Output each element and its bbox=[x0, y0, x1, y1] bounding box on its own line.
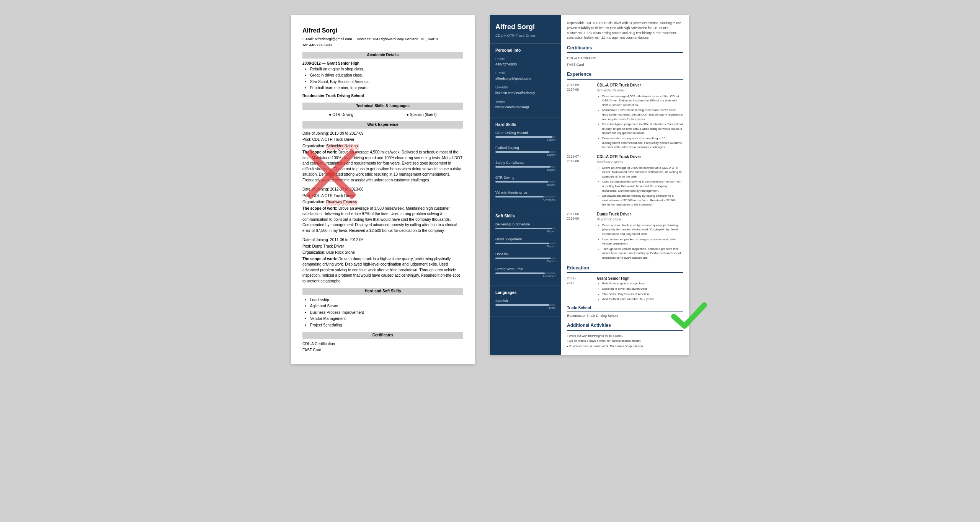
work-entry-1: Date of Joining: 2013-09 to 2017-09 Post… bbox=[302, 131, 463, 183]
skill-name-honesty: Honesty bbox=[495, 252, 555, 257]
hard-skill-flatbed: Flatbed Tarping Expert bbox=[495, 145, 555, 157]
lang-spanish: Spanish Fluent bbox=[495, 299, 555, 310]
personal-info-section: Personal Info Phone 440-727-6900 E-mail … bbox=[490, 44, 561, 118]
address-value: 134 Rightward Way Portland, ME, 04019 bbox=[372, 37, 438, 41]
hard-skill-safety: Safety Compliance Expert bbox=[495, 160, 555, 172]
exp-company-3: Blue Rock Stone bbox=[597, 217, 683, 222]
add-act-3: • Volunteer once a month at St. Brendan'… bbox=[567, 344, 683, 349]
skill-name-otr: OTR Driving bbox=[495, 175, 555, 180]
cert-item-right-2: FAST Card bbox=[567, 62, 683, 67]
work-entry-3: Date of Joining: 2011-06 to 2012-06 Post… bbox=[302, 237, 463, 284]
work-date-3: Date of Joining: 2011-06 to 2012-06 bbox=[302, 237, 463, 243]
skill-level-judgement: Expert bbox=[495, 245, 555, 249]
trade-school-section-title: Trade School bbox=[567, 305, 683, 312]
exp-title-1: CDL-A OTR Truck Driver bbox=[597, 83, 683, 88]
work-post-3: Post: Dump Truck Driver bbox=[302, 244, 463, 250]
lang-name-spanish: Spanish bbox=[495, 299, 555, 303]
exp-details-1: CDL-A OTR Truck Driver Schneider Nationa… bbox=[597, 83, 683, 150]
exp-entry-1: 2013-09 -2017-09 CDL-A OTR Truck Driver … bbox=[567, 83, 683, 150]
skills-row: ● OTR Driving ● Spanish (fluent) bbox=[302, 112, 463, 118]
right-title: CDL-A OTR Truck Driver bbox=[495, 33, 555, 38]
sidebar: Alfred Sorgi CDL-A OTR Truck Driver Pers… bbox=[490, 15, 561, 355]
skill-name-vehicle: Vehicle Maintenance bbox=[495, 190, 555, 195]
work-date-1: Date of Joining: 2013-09 to 2017-09 bbox=[302, 131, 463, 137]
work-scope-1: The scope of work: Drove an average 4,50… bbox=[302, 150, 463, 183]
email-label-right: E-mail bbox=[495, 71, 555, 75]
email-item: E-mail alfredsorgi@gmail.com bbox=[495, 71, 555, 81]
soft-skills-title: Soft Skills bbox=[495, 213, 555, 219]
email-value: alfredsorgi@gmail.com bbox=[315, 37, 352, 41]
twitter-item: Twitter twitter.com/alfredsorgi bbox=[495, 100, 555, 110]
cert-section-title-right: Certificates bbox=[567, 45, 683, 53]
exp-bullet-2-1: Drove an average of 3,500 miles/week as … bbox=[602, 166, 683, 179]
main-content: Dependable CDL-A OTR Truck Driver with 5… bbox=[561, 15, 689, 355]
phone-value: 440-727-6900 bbox=[495, 62, 555, 67]
hard-skill-5: Project Scheduling bbox=[310, 323, 463, 328]
work-org-2: Organization: Roadway Express bbox=[302, 199, 463, 205]
linkedin-label: LinkedIn bbox=[495, 85, 555, 90]
driving-school-left: Roadmaster Truck Driving School bbox=[302, 93, 463, 99]
left-email-line: E-Mail: alfredsorgi@gmail.com Address: 1… bbox=[302, 36, 463, 42]
exp-company-1: Schneider National bbox=[597, 88, 683, 93]
exp-bullet-1-3: Exercised good judgement in difficult si… bbox=[602, 122, 683, 135]
hard-skills-section: Hard Skills Clean Driving Record Expert … bbox=[490, 118, 561, 209]
hard-soft-header: Hard and Soft Skills bbox=[302, 288, 463, 295]
skill-level-vehicle: Advanced bbox=[495, 198, 555, 202]
hard-skill-2: Agile and Scrum bbox=[310, 303, 463, 309]
exp-bullet-3-1: Drove a dump truck in a high-volume quar… bbox=[602, 223, 683, 237]
email-label: E-Mail: bbox=[302, 37, 314, 41]
personal-info-title: Personal Info bbox=[495, 47, 555, 53]
hard-skill-vehicle: Vehicle Maintenance Advanced bbox=[495, 190, 555, 202]
edu-bullet-3: Star Scout, Boy Scouts of America. bbox=[602, 292, 683, 297]
skill-name-flatbed: Flatbed Tarping bbox=[495, 145, 555, 150]
academic-years-school: 2009-2012 — Grant Senior High bbox=[302, 61, 359, 65]
edu-school-1: Grant Senior High bbox=[597, 276, 683, 282]
additional-section-title: Additional Activities bbox=[567, 322, 683, 330]
work-org-1: Organization: Schneider National bbox=[302, 144, 463, 149]
academic-section-header: Academic Details bbox=[302, 52, 463, 59]
add-act-2: • Go for walks 5 days a week for cardiov… bbox=[567, 339, 683, 343]
academic-bullet-1: Rebuilt an engine in shop class. bbox=[310, 67, 463, 72]
exp-bullet-3-3: Through keen vehicle inspection, noticed… bbox=[602, 247, 683, 260]
right-name: Alfred Sorgi bbox=[495, 23, 555, 31]
academic-bullet-4: Football team member, four years. bbox=[310, 85, 463, 91]
cert-item-left-2: FAST Card bbox=[302, 347, 463, 353]
exp-dates-2: 2012-07 -2013-08 bbox=[567, 154, 594, 164]
soft-skill-delivering: Delivering to Schedule Expert bbox=[495, 222, 555, 234]
exp-details-3: Dump Truck Driver Blue Rock Stone Drove … bbox=[597, 212, 683, 261]
trade-school-name: Roadmaster Truck Driving School bbox=[567, 313, 683, 318]
edu-section-title: Education bbox=[567, 265, 683, 273]
main-summary: Dependable CDL-A OTR Truck Driver with 5… bbox=[567, 21, 683, 40]
work-scope-3: The scope of work: Drove a dump truck in… bbox=[302, 256, 463, 284]
soft-skill-honesty: Honesty Expert bbox=[495, 252, 555, 264]
hard-soft-skills-list: Leadership Agile and Scrum Business Proc… bbox=[310, 297, 463, 328]
exp-title-3: Dump Truck Driver bbox=[597, 212, 683, 217]
skill-level-safety: Expert bbox=[495, 168, 555, 172]
edu-bullet-2: Excelled in driver education class. bbox=[602, 287, 683, 291]
phone-item: Phone 440-727-6900 bbox=[495, 57, 555, 67]
add-act-1: • Work out with freeweights twice a week… bbox=[567, 334, 683, 338]
exp-dates-3: 2011-06 -2012-06 bbox=[567, 212, 594, 221]
exp-bullet-1-1: Drove an average 4,500 miles/week as a c… bbox=[602, 94, 683, 108]
exp-title-2: CDL-A OTR Truck Driver bbox=[597, 154, 683, 160]
sidebar-header: Alfred Sorgi CDL-A OTR Truck Driver bbox=[490, 15, 561, 44]
tel-value: 440-727-6900 bbox=[309, 43, 332, 47]
edu-dates-1: 2009 -2012 bbox=[567, 276, 594, 302]
exp-entry-2: 2012-07 -2013-08 CDL-A OTR Truck Driver … bbox=[567, 154, 683, 208]
skill-name-delivering: Delivering to Schedule bbox=[495, 222, 555, 227]
edu-entry-1: 2009 -2012 Grant Senior High Rebuilt an … bbox=[567, 276, 683, 302]
cert-item-right-1: CDL-A Certification bbox=[567, 56, 683, 61]
exp-section-title: Experience bbox=[567, 71, 683, 79]
hard-skill-clean-driving: Clean Driving Record Expert bbox=[495, 130, 555, 142]
soft-skill-judgement: Good Judgement Expert bbox=[495, 237, 555, 249]
exp-bullet-1-4: Demonstrated strong work ethic resulting… bbox=[602, 136, 683, 150]
skill-level-work-ethic: Advanced bbox=[495, 274, 555, 279]
cert-item-left-1: CDL-A Certification bbox=[302, 341, 463, 347]
skill-level-flatbed: Expert bbox=[495, 153, 555, 157]
phone-label: Phone bbox=[495, 57, 555, 61]
hard-skill-3: Business Process Improvement bbox=[310, 310, 463, 316]
languages-title: Languages bbox=[495, 290, 555, 295]
exp-details-2: CDL-A OTR Truck Driver Roadway Express D… bbox=[597, 154, 683, 208]
lang-level-spanish: Fluent bbox=[495, 306, 555, 310]
exp-entry-3: 2011-06 -2012-06 Dump Truck Driver Blue … bbox=[567, 212, 683, 261]
